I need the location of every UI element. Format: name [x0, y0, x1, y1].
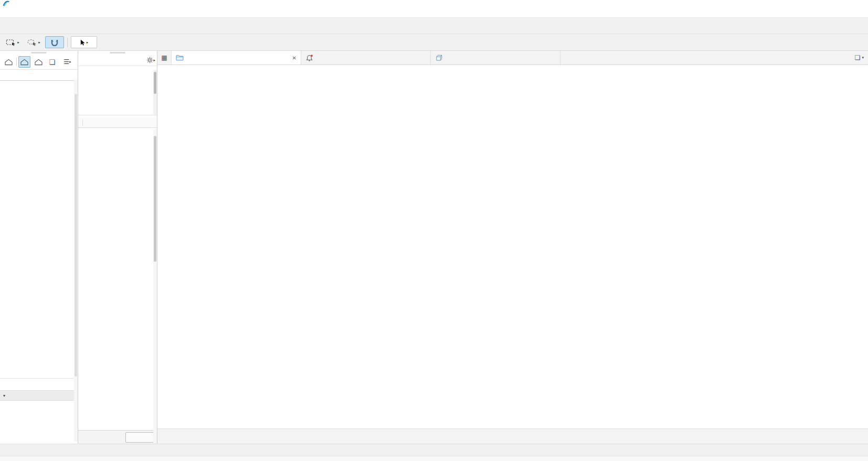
marquee-icon [6, 39, 16, 46]
tabbar: ▦ ✕ ❏ ▾ [157, 51, 868, 65]
divider [16, 58, 17, 66]
selection-toolbar: ▸ ▸ ▸ [0, 34, 868, 51]
navigator-menu-icon[interactable]: ☰▸ [60, 56, 75, 68]
main-toolbar [0, 18, 868, 34]
magnet-icon [50, 39, 59, 46]
properties-header[interactable]: ▾ [0, 390, 78, 401]
apply-button[interactable] [125, 432, 154, 443]
gear-icon[interactable] [146, 56, 153, 64]
favorites-search: ▸ [78, 55, 157, 66]
drawing-canvas[interactable] [157, 65, 868, 428]
attributes-bar [0, 444, 868, 456]
pop-up-navigator-icon[interactable]: ▦ [157, 51, 172, 65]
chevron-down-icon[interactable]: ▾ [862, 56, 864, 60]
close-icon[interactable]: ✕ [292, 55, 297, 61]
layers-panel: ▸ [78, 51, 157, 444]
project-chooser-icon[interactable] [3, 56, 15, 68]
apply-row [78, 430, 157, 444]
navigator-bottom: ▾ [0, 378, 78, 444]
statusbar [0, 456, 868, 461]
nav-segments [160, 429, 866, 444]
archicad-logo [3, 0, 9, 8]
lasso-tool-button[interactable]: ▸ [24, 36, 43, 48]
bottom-navigation-bar [157, 428, 868, 444]
panel-corner [0, 411, 78, 444]
3d-view-icon [435, 55, 443, 61]
publisher-sets-icon[interactable]: ❏ [46, 56, 58, 68]
tab-floor-plan[interactable]: ✕ [172, 51, 301, 65]
snap-magnet-button[interactable] [45, 36, 64, 48]
view-map-icon[interactable] [18, 56, 30, 68]
view-map-tree [0, 81, 78, 378]
layer-list-scrollbar[interactable] [153, 130, 157, 444]
tab-action-center[interactable] [301, 51, 431, 65]
lasso-icon [27, 39, 37, 46]
view-map-search-input[interactable] [0, 70, 78, 81]
marquee-tool-button[interactable]: ▸ [3, 36, 22, 48]
properties-empty-text [0, 401, 78, 411]
bell-icon [305, 55, 313, 61]
menubar [0, 8, 868, 18]
panel-drag-handle[interactable] [0, 51, 78, 55]
view-map-scrollbar[interactable] [74, 79, 78, 442]
workspace: ▦ ✕ ❏ ▾ [157, 51, 868, 444]
tab-3d-perspective[interactable] [431, 51, 560, 65]
plan-icon [176, 55, 184, 61]
tab-overflow-icon[interactable]: ❏ [855, 54, 861, 61]
layer-list [78, 128, 157, 430]
favorites-tree [78, 66, 157, 115]
titlebar [0, 0, 868, 8]
site-plan-svg [157, 65, 868, 428]
collapse-icon: ▾ [3, 393, 5, 398]
view-actions-row [0, 379, 78, 390]
layout-book-icon[interactable] [32, 56, 44, 68]
navigator-toolbar: ❏ ☰▸ [0, 55, 78, 70]
view-map-search [0, 70, 78, 81]
divider [67, 38, 68, 47]
navigator-panel: ❏ ☰▸ ▾ [0, 51, 78, 444]
favorites-search-input[interactable] [78, 55, 146, 66]
arrow-tool-button[interactable]: ▸ [71, 36, 97, 48]
list-header[interactable] [78, 117, 157, 128]
favorites-scrollbar[interactable] [153, 70, 157, 116]
panel-drag-handle[interactable] [78, 51, 157, 55]
arrow-cursor-icon [80, 39, 86, 46]
chevron-right-icon[interactable]: ▸ [153, 58, 155, 62]
